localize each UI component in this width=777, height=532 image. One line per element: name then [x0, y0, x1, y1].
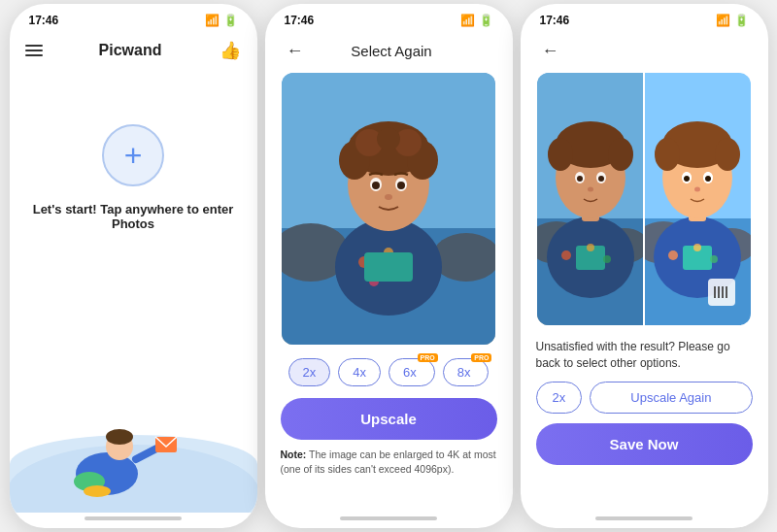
screen-title-2: Select Again [351, 43, 431, 59]
phone1-main-content: + Let's start! Tap anywhere to enter Pho… [10, 66, 257, 513]
add-photo-button[interactable]: + [102, 124, 164, 186]
scale-4x-button[interactable]: 4x [338, 358, 381, 386]
status-time-1: 17:46 [29, 14, 59, 27]
compare-handle-icon[interactable] [708, 279, 735, 306]
svg-point-66 [684, 176, 690, 182]
svg-point-48 [598, 176, 604, 182]
scale-2x-button-3[interactable]: 2x [536, 382, 583, 414]
svg-point-38 [587, 244, 594, 251]
handle-svg [712, 283, 731, 302]
scale-2x-button[interactable]: 2x [288, 358, 331, 386]
svg-point-37 [561, 250, 571, 260]
phone-screen-2: 17:46 📶 🔋 ← Select Again [265, 4, 513, 528]
status-time-3: 17:46 [540, 14, 570, 27]
scale-options-2: 2x 4x 6x PRO 8x PRO [265, 350, 513, 394]
upscale-again-button[interactable]: Upscale Again [590, 382, 752, 414]
home-bar-3 [595, 516, 693, 520]
battery-icon-2: 🔋 [479, 14, 493, 27]
battery-icon-3: 🔋 [734, 14, 749, 27]
comparison-divider [643, 73, 645, 325]
unsatisfied-text: Unsatisfied with the result? Please go b… [521, 331, 768, 378]
svg-point-58 [710, 255, 718, 263]
plus-icon: + [124, 140, 143, 171]
svg-point-62 [655, 138, 680, 171]
status-icons-2: 📶 🔋 [460, 14, 493, 27]
hamburger-menu-icon[interactable] [25, 45, 43, 56]
status-bar-2: 17:46 📶 🔋 [265, 4, 513, 31]
upscale-button[interactable]: Upscale [281, 398, 497, 440]
back-button-3[interactable]: ← [536, 39, 565, 63]
home-indicator-1 [10, 513, 257, 528]
svg-point-56 [668, 250, 678, 260]
save-now-button[interactable]: Save Now [536, 423, 753, 465]
svg-rect-69 [714, 286, 716, 298]
svg-point-39 [603, 255, 611, 263]
person-photo-svg [282, 73, 495, 345]
status-time-2: 17:46 [285, 14, 315, 27]
phone2-header: ← Select Again [265, 31, 513, 67]
scale-6x-button[interactable]: 6x PRO [388, 358, 435, 386]
svg-rect-17 [364, 252, 413, 282]
svg-point-30 [385, 194, 392, 200]
svg-point-49 [588, 187, 593, 192]
svg-rect-70 [718, 286, 720, 298]
person-illustration [10, 377, 257, 513]
phone-screen-3: 17:46 📶 🔋 ← [521, 4, 768, 528]
wifi-icon: 📶 [205, 14, 220, 27]
prompt-text: Let's start! Tap anywhere to enter Photo… [10, 202, 257, 231]
home-indicator-2 [265, 513, 513, 528]
photo-preview-2 [282, 73, 495, 345]
svg-point-43 [548, 138, 573, 171]
phone3-header: ← [521, 31, 768, 67]
action-row-3: 2x Upscale Again [521, 378, 768, 417]
home-bar-1 [84, 516, 182, 520]
pro-badge-8x: PRO [471, 353, 491, 362]
svg-point-7 [84, 485, 111, 497]
svg-point-67 [705, 176, 711, 182]
svg-point-44 [608, 138, 633, 171]
comparison-photo-3 [537, 73, 751, 325]
photo-image-2 [282, 73, 495, 345]
status-icons-3: 📶 🔋 [716, 14, 749, 27]
phone1-header: Picwand 👍 [10, 31, 257, 66]
svg-rect-72 [726, 286, 727, 298]
svg-point-47 [577, 176, 583, 182]
before-photo-svg [537, 73, 644, 325]
comparison-before [537, 73, 644, 325]
back-button-2[interactable]: ← [281, 39, 310, 63]
svg-point-57 [693, 244, 701, 251]
svg-point-68 [694, 187, 700, 192]
pro-badge-6x: PRO [418, 353, 438, 362]
status-bar-1: 17:46 📶 🔋 [10, 4, 257, 31]
svg-point-25 [377, 127, 400, 150]
scale-8x-button[interactable]: 8x PRO [443, 358, 490, 386]
svg-point-3 [106, 429, 133, 445]
svg-point-28 [372, 182, 380, 189]
thumbsup-icon[interactable]: 👍 [219, 39, 242, 62]
battery-icon: 🔋 [223, 14, 238, 27]
illustration-area [10, 377, 257, 513]
app-title: Picwand [99, 42, 162, 59]
wifi-icon-2: 📶 [460, 14, 475, 27]
wifi-icon-3: 📶 [716, 14, 730, 27]
status-icons-1: 📶 🔋 [205, 14, 238, 27]
svg-rect-71 [722, 286, 724, 298]
home-bar-2 [340, 516, 437, 520]
home-indicator-3 [521, 513, 768, 528]
svg-point-63 [715, 138, 740, 171]
phone-screen-1: 17:46 📶 🔋 Picwand 👍 + Let's start! Tap a… [10, 4, 257, 528]
note-text-2: Note: The image can be enlarged to 4K at… [265, 444, 513, 480]
status-bar-3: 17:46 📶 🔋 [521, 4, 768, 31]
svg-point-29 [397, 182, 405, 189]
